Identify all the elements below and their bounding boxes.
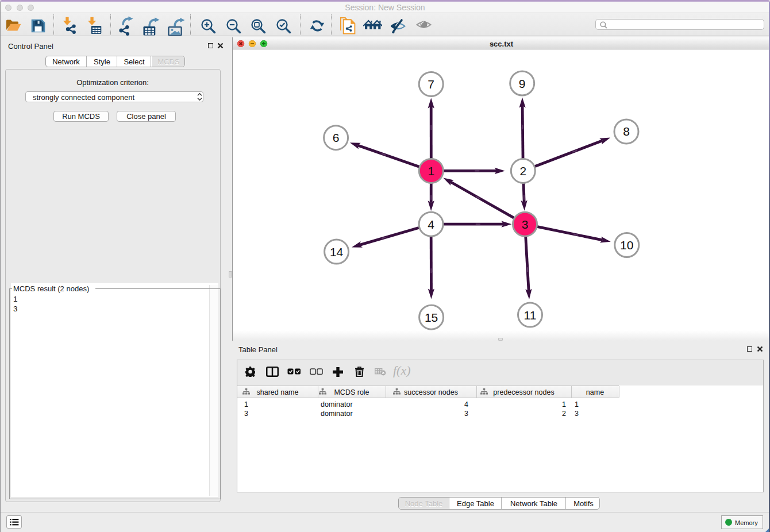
svg-text:14: 14 — [330, 245, 344, 259]
svg-text:11: 11 — [524, 309, 537, 322]
svg-text:6: 6 — [333, 131, 340, 144]
svg-text:8: 8 — [623, 125, 630, 138]
svg-text:15: 15 — [425, 311, 438, 324]
svg-text:3: 3 — [522, 218, 529, 231]
svg-text:10: 10 — [620, 238, 633, 252]
svg-text:4: 4 — [428, 218, 434, 231]
svg-text:7: 7 — [428, 78, 434, 91]
svg-text:1: 1 — [428, 164, 434, 178]
svg-text:2: 2 — [519, 164, 526, 178]
svg-text:9: 9 — [519, 77, 526, 90]
